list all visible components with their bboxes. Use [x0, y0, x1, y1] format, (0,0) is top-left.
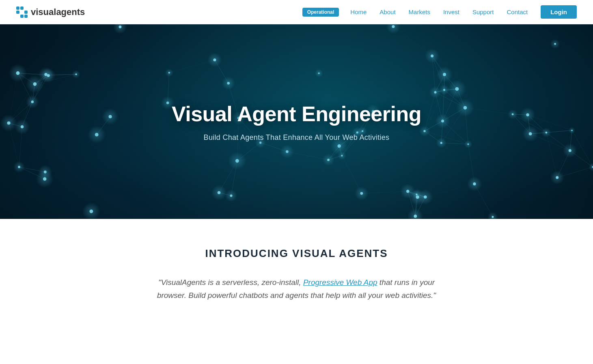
hero-title: Visual Agent Engineering: [172, 102, 421, 126]
intro-pwa-link[interactable]: Progressive Web App: [303, 278, 377, 287]
hero-subtitle: Build Chat Agents That Enhance All Your …: [204, 133, 390, 142]
intro-quote-before: "VisualAgents is a serverless, zero-inst…: [158, 278, 303, 287]
nav-link-contact[interactable]: Contact: [502, 7, 533, 17]
nav-link-invest[interactable]: Invest: [438, 7, 464, 17]
login-button[interactable]: Login: [541, 5, 577, 19]
status-badge: Operational: [302, 8, 339, 17]
logo-text: visualagents: [31, 7, 85, 17]
nav-link-support[interactable]: Support: [468, 7, 499, 17]
nav-link-about[interactable]: About: [375, 7, 400, 17]
logo[interactable]: visualagents: [16, 6, 85, 18]
logo-grid-icon: [16, 6, 28, 18]
intro-text: "VisualAgents is a serverless, zero-inst…: [151, 276, 443, 302]
hero-content: Visual Agent Engineering Build Chat Agen…: [0, 24, 593, 219]
nav-link-markets[interactable]: Markets: [404, 7, 435, 17]
intro-heading: INTRODUCING VISUAL AGENTS: [16, 247, 577, 260]
navbar: visualagents Operational Home About Mark…: [0, 0, 593, 24]
hero-section: Visual Agent Engineering Build Chat Agen…: [0, 24, 593, 219]
intro-section: INTRODUCING VISUAL AGENTS "VisualAgents …: [0, 219, 593, 327]
nav-right: Operational Home About Markets Invest Su…: [302, 5, 577, 19]
nav-link-home[interactable]: Home: [345, 7, 371, 17]
